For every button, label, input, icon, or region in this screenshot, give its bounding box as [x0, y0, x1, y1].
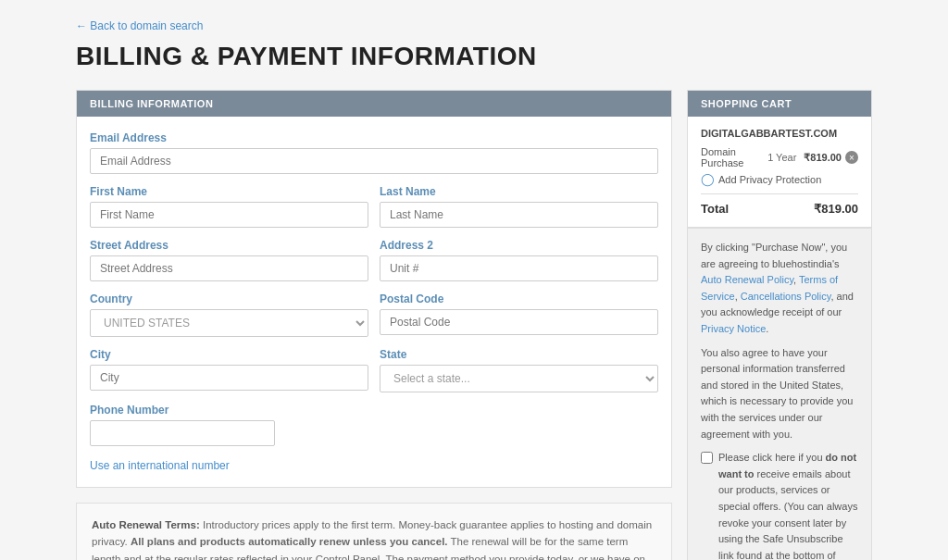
no-emails-checkbox[interactable] — [701, 452, 713, 464]
auto-renewal-highlight: All plans and products automatically ren… — [131, 536, 448, 547]
last-name-group: Last Name — [380, 185, 658, 228]
cart-body: DIGITALGABBARTEST.COM Domain Purchase 1 … — [688, 117, 871, 227]
privacy-notice-link[interactable]: Privacy Notice — [701, 323, 766, 334]
first-name-input[interactable] — [90, 202, 368, 228]
billing-info-panel: BILLING INFORMATION Email Address First … — [76, 90, 672, 488]
address-row: Street Address Address 2 — [90, 239, 658, 292]
last-name-input[interactable] — [380, 202, 658, 228]
auto-renewal-policy-link[interactable]: Auto Renewal Policy — [701, 274, 793, 285]
postal-group: Postal Code — [380, 292, 658, 337]
country-select[interactable]: UNITED STATES — [90, 309, 368, 337]
city-label: City — [90, 348, 368, 361]
terms-para1: By clicking "Purchase Now", you are agre… — [701, 240, 858, 338]
city-state-row: City State Select a state... — [90, 348, 658, 404]
auto-renewal-bold: Auto Renewal Terms: — [92, 519, 200, 530]
cart-domain: DIGITALGABBARTEST.COM — [701, 128, 858, 139]
city-input[interactable] — [90, 365, 368, 391]
right-column: SHOPPING CART DIGITALGABBARTEST.COM Doma… — [687, 90, 872, 560]
left-column: BILLING INFORMATION Email Address First … — [76, 90, 672, 560]
state-select[interactable]: Select a state... — [380, 365, 658, 392]
street-label: Street Address — [90, 239, 368, 252]
billing-info-body: Email Address First Name Last Name — [77, 117, 671, 487]
address2-group: Address 2 — [380, 239, 658, 281]
privacy-radio-icon: ◯ — [701, 172, 715, 186]
postal-label: Postal Code — [380, 292, 658, 305]
billing-info-header: BILLING INFORMATION — [77, 91, 671, 117]
shopping-cart-panel: SHOPPING CART DIGITALGABBARTEST.COM Doma… — [687, 90, 872, 228]
country-group: Country UNITED STATES — [90, 292, 368, 337]
state-group: State Select a state... — [380, 348, 658, 392]
cart-item-desc: Domain Purchase — [701, 146, 760, 168]
country-label: Country — [90, 292, 368, 305]
phone-group: Phone Number — [90, 404, 658, 446]
back-to-domain-link[interactable]: ← Back to domain search — [76, 19, 203, 32]
page-title: BILLING & PAYMENT INFORMATION — [76, 42, 872, 71]
cart-privacy-row: ◯ Add Privacy Protection — [701, 172, 858, 186]
cart-item-row: Domain Purchase 1 Year ₹819.00 × — [701, 146, 858, 168]
terms-para2: You also agree to have your personal inf… — [701, 345, 858, 443]
phone-label: Phone Number — [90, 404, 658, 417]
cart-total-label: Total — [701, 202, 729, 216]
cart-divider — [701, 193, 858, 194]
cart-total-price: ₹819.00 — [814, 202, 858, 216]
address2-input[interactable] — [380, 255, 658, 281]
auto-renewal-box: Auto Renewal Terms: Introductory prices … — [76, 503, 672, 560]
name-row: First Name Last Name — [90, 185, 658, 239]
cart-total-row: Total ₹819.00 — [701, 202, 858, 216]
first-name-group: First Name — [90, 185, 368, 228]
phone-input[interactable] — [90, 420, 275, 446]
email-group: Email Address — [90, 131, 658, 174]
street-group: Street Address — [90, 239, 368, 281]
cart-item-price: ₹819.00 — [804, 152, 842, 164]
cart-privacy-label: Add Privacy Protection — [718, 174, 821, 185]
terms-panel: By clicking "Purchase Now", you are agre… — [687, 228, 872, 560]
postal-input[interactable] — [380, 309, 658, 335]
country-postal-row: Country UNITED STATES Postal Code — [90, 292, 658, 348]
city-group: City — [90, 348, 368, 392]
email-input[interactable] — [90, 148, 658, 174]
email-label: Email Address — [90, 131, 658, 144]
intl-number-link[interactable]: Use an international number — [90, 459, 230, 472]
address2-label: Address 2 — [380, 239, 658, 252]
state-label: State — [380, 348, 658, 361]
last-name-label: Last Name — [380, 185, 658, 198]
cart-item-period: 1 Year — [767, 152, 796, 163]
cart-header: SHOPPING CART — [688, 91, 871, 117]
checkbox-text: Please click here if you do not want to … — [718, 450, 858, 560]
street-input[interactable] — [90, 255, 368, 281]
cancellations-policy-link[interactable]: Cancellations Policy — [741, 291, 831, 302]
no-emails-checkbox-row: Please click here if you do not want to … — [701, 450, 858, 560]
first-name-label: First Name — [90, 185, 368, 198]
cart-remove-button[interactable]: × — [845, 151, 858, 164]
